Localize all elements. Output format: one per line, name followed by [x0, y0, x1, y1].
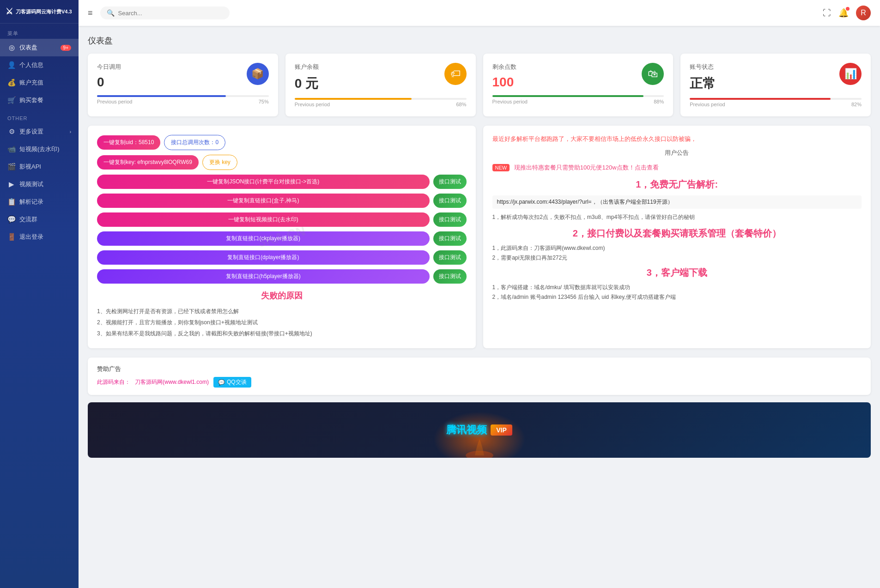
stat-label: 剩余点数	[492, 63, 516, 71]
call-count-button[interactable]: 接口总调用次数：0	[164, 135, 225, 150]
sidebar-item-parse-record[interactable]: 📋 解析记录	[0, 193, 79, 211]
copy-direct-box-button[interactable]: 一键复制直链接口(盒子,神马)	[97, 194, 430, 208]
copy-uid-button[interactable]: 一键复制uid：58510	[97, 135, 160, 150]
stat-progress: Previous period 68%	[295, 98, 467, 107]
stat-icon-balance: 🏷	[444, 63, 467, 85]
test-direct-video-button[interactable]: 接口测试	[433, 212, 467, 227]
sidebar-logo: ⚔ 刀客源码网云海计费V4.3	[0, 0, 79, 24]
content: 仪表盘 今日调用 0 📦 Previous period 75%	[79, 26, 880, 588]
sponsor-link[interactable]: 刀客源码网(www.dkewl1.com)	[135, 378, 209, 386]
api-row-direct-video: 一键复制短视频接口(去水印) 接口测试	[97, 212, 467, 227]
qq-icon: 💬	[218, 379, 225, 386]
banner-content: 腾讯视频 VIP	[446, 423, 512, 437]
section1-title: 1，免费无广告解析:	[492, 178, 862, 191]
vip-badge: VIP	[491, 424, 512, 436]
dl1: 1，客户端搭建：域名/dmku/ 填写数据库就可以安装成功	[492, 284, 862, 291]
stat-value: 100	[492, 75, 516, 90]
sponsor-qq-button[interactable]: 💬 QQ交谈	[213, 377, 251, 388]
page-title: 仪表盘	[88, 35, 871, 46]
test-h5player-button[interactable]: 接口测试	[433, 269, 467, 284]
topbar: ≡ 🔍 ⛶ 🔔 R	[79, 0, 880, 26]
stat-label: 账号状态	[690, 63, 716, 71]
api-row-uid: 一键复制uid：58510 接口总调用次数：0	[97, 135, 467, 150]
sidebar-item-movie-api[interactable]: 🎬 影视API	[0, 158, 79, 176]
api-row-json: 一键复制JSON接口(计费平台对接接口->首选) 接口测试	[97, 175, 467, 189]
stat-progress: Previous period 88%	[492, 95, 664, 104]
sidebar-item-more-settings[interactable]: ⚙ 更多设置 ›	[0, 123, 79, 140]
copy-dplayer-button[interactable]: 复制直链接口(dplayer播放器)	[97, 250, 430, 265]
menu-toggle-icon[interactable]: ≡	[88, 8, 93, 18]
stat-value: 0 元	[295, 75, 319, 92]
notice-panel: 最近好多解析平台都跑路了，大家不要相信市场上的低价永久接口以防被骗， 用户公告 …	[483, 126, 871, 348]
settings-icon: ⚙	[7, 127, 16, 136]
stat-label: 账户余额	[295, 63, 319, 71]
main-wrap: ≡ 🔍 ⛶ 🔔 R 仪表盘 今日调用 0	[79, 0, 880, 588]
stat-label: 今日调用	[97, 63, 121, 71]
prev-label: Previous period	[295, 102, 330, 107]
test-json-button[interactable]: 接口测试	[433, 175, 467, 189]
main-grid: 3KA.CN 一键复制uid：58510 接口总调用次数：0 一键复制key: …	[88, 126, 871, 348]
copy-key-button[interactable]: 一键复制key: efnprstwvy8lOQRW69	[97, 155, 199, 170]
fullscreen-icon[interactable]: ⛶	[823, 8, 831, 18]
stat-card-status: 账号状态 正常 📊 Previous period 82%	[680, 54, 871, 116]
api-row-ckplayer: 复制直链接口(ckplayer播放器) 接口测试	[97, 231, 467, 246]
short-video-icon: 📹	[7, 145, 16, 153]
test-ckplayer-button[interactable]: 接口测试	[433, 231, 467, 246]
parse-record-icon: 📋	[7, 198, 16, 206]
api-row-h5player: 复制直链接口(h5player播放器) 接口测试	[97, 269, 467, 284]
sidebar-item-recharge[interactable]: 💰 账户充值	[0, 74, 79, 91]
search-bar: 🔍	[100, 6, 230, 19]
sidebar-item-video-test[interactable]: ▶ 视频测试	[0, 176, 79, 193]
sponsor-title: 赞助广告	[97, 365, 862, 373]
topbar-right: ⛶ 🔔 R	[823, 6, 871, 20]
profile-icon: 👤	[7, 61, 16, 69]
search-icon: 🔍	[107, 9, 115, 17]
sidebar-item-label: 短视频(去水印)	[19, 145, 60, 153]
sidebar-item-exchange-group[interactable]: 💬 交流群	[0, 211, 79, 228]
test-direct-box-button[interactable]: 接口测试	[433, 194, 467, 208]
video-banner: 腾讯视频 VIP	[88, 402, 871, 458]
stat-progress: Previous period 75%	[97, 95, 269, 104]
change-key-button[interactable]: 更换 key	[202, 155, 237, 170]
sidebar-item-logout[interactable]: 🚪 退出登录	[0, 228, 79, 246]
sponsor-from-label: 此源码来自：	[97, 378, 130, 386]
section3-title: 3，客户端下载	[492, 267, 862, 279]
sidebar-item-short-video[interactable]: 📹 短视频(去水印)	[0, 140, 79, 158]
promo-text: 现推出特惠套餐只需赞助100元便120w点数！点击查看	[514, 164, 659, 171]
api-row-dplayer: 复制直链接口(dplayer播放器) 接口测试	[97, 250, 467, 265]
sidebar-item-profile[interactable]: 👤 个人信息	[0, 56, 79, 74]
copy-ckplayer-button[interactable]: 复制直链接口(ckplayer播放器)	[97, 231, 430, 246]
stat-progress: Previous period 82%	[690, 98, 862, 107]
sub1: 1，此源码来自：刀客源码网(www.dkewl.com)	[492, 244, 862, 252]
sidebar-item-label: 交流群	[19, 215, 37, 224]
stat-card-balance: 账户余额 0 元 🏷 Previous period 68%	[285, 54, 476, 116]
sidebar: ⚔ 刀客源码网云海计费V4.3 菜单 ◎ 仪表盘 9+ 👤 个人信息 💰 账户充…	[0, 0, 79, 588]
stat-icon-calls: 📦	[247, 63, 269, 85]
stat-icon-points: 🛍	[642, 63, 664, 85]
sidebar-item-dashboard[interactable]: ◎ 仪表盘 9+	[0, 39, 79, 56]
new-badge: NEW	[492, 164, 510, 171]
test-dplayer-button[interactable]: 接口测试	[433, 250, 467, 265]
prev-label: Previous period	[492, 99, 528, 104]
menu-section-label: 菜单	[0, 24, 79, 39]
notification-icon[interactable]: 🔔	[838, 8, 849, 18]
stat-value: 0	[97, 75, 121, 90]
fail-item-3: 3、如果有结果不是我线路问题，反之我的，请截图和失败的解析链接(带接口+视频地址…	[97, 328, 467, 339]
avatar[interactable]: R	[856, 6, 871, 20]
search-input[interactable]	[118, 10, 223, 17]
sponsor-links: 此源码来自： 刀客源码网(www.dkewl1.com) 💬 QQ交谈	[97, 377, 862, 388]
copy-direct-video-button[interactable]: 一键复制短视频接口(去水印)	[97, 212, 430, 227]
sidebar-item-label: 解析记录	[19, 198, 43, 206]
sidebar-item-label: 账户充值	[19, 79, 43, 87]
sidebar-item-label: 退出登录	[19, 233, 43, 241]
copy-json-button[interactable]: 一键复制JSON接口(计费平台对接接口->首选)	[97, 175, 430, 189]
copy-h5player-button[interactable]: 复制直链接口(h5player播放器)	[97, 269, 430, 284]
notice-marquee: 最近好多解析平台都跑路了，大家不要相信市场上的低价永久接口以防被骗，	[492, 135, 862, 143]
sidebar-item-buy[interactable]: 🛒 购买套餐	[0, 91, 79, 109]
recharge-icon: 💰	[7, 79, 16, 87]
sidebar-item-label: 购买套餐	[19, 96, 43, 104]
prev-pct: 88%	[654, 99, 664, 104]
notice-title: 用户公告	[492, 149, 862, 157]
notice-highlight: NEW 现推出特惠套餐只需赞助100元便120w点数！点击查看	[492, 164, 862, 172]
banner-logo: 腾讯视频	[446, 423, 487, 437]
